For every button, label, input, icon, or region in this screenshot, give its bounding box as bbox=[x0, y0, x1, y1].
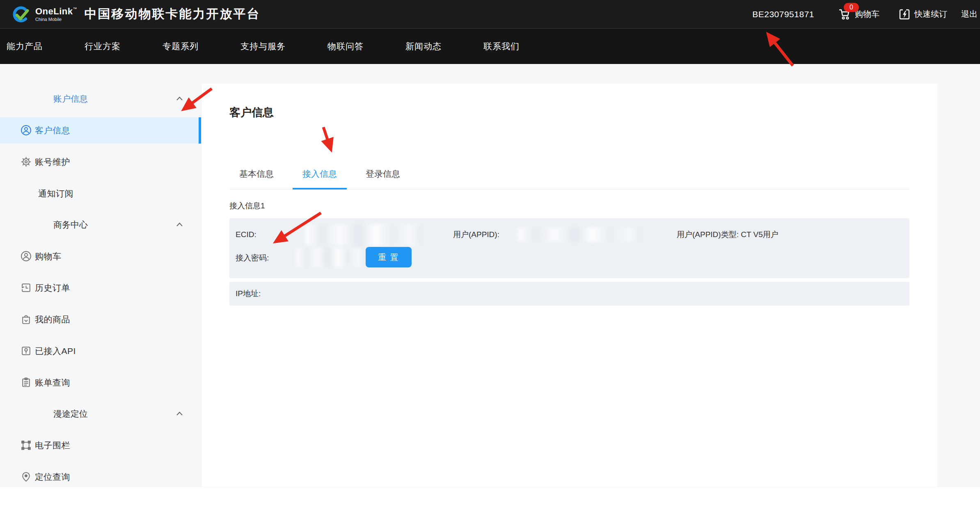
nav-item-industry-solutions[interactable]: 行业方案 bbox=[85, 41, 121, 52]
sidebar-item-label: 已接入API bbox=[35, 345, 76, 357]
access-info-section-label: 接入信息1 bbox=[229, 201, 909, 211]
cart-label: 购物车 bbox=[855, 9, 879, 20]
logout-button[interactable]: 退出 bbox=[961, 9, 980, 20]
access-password-label: 接入密码: bbox=[236, 253, 269, 263]
onelink-logo-icon bbox=[11, 5, 31, 24]
user-circle-icon bbox=[21, 125, 32, 136]
access-password-value-redacted bbox=[296, 248, 365, 267]
sidebar-item-label: 客户信息 bbox=[35, 125, 70, 136]
quick-renew-button[interactable]: 快速续订 bbox=[898, 8, 947, 21]
sidebar-item-label: 我的商品 bbox=[35, 314, 70, 325]
tab-bar: 基本信息 接入信息 登录信息 bbox=[229, 166, 909, 190]
sidebar-item-label: 账号维护 bbox=[35, 156, 70, 168]
sidebar-item-location-query[interactable]: 定位查询 bbox=[0, 461, 201, 487]
location-pin-icon bbox=[21, 471, 32, 482]
bill-icon bbox=[21, 377, 32, 388]
sidebar-section-label: 账户信息 bbox=[53, 93, 88, 105]
sidebar-item-label: 电子围栏 bbox=[35, 440, 70, 451]
sidebar-item-electronic-fence[interactable]: 电子围栏 bbox=[0, 429, 201, 461]
ecid-value-redacted bbox=[305, 224, 422, 246]
bag-icon bbox=[21, 314, 32, 325]
fence-icon bbox=[21, 440, 32, 451]
sidebar-item-label: 账单查询 bbox=[35, 377, 70, 388]
page-title: 客户信息 bbox=[229, 105, 909, 120]
sidebar-item-shopping-cart[interactable]: 购物车 bbox=[0, 240, 201, 272]
chevron-up-icon bbox=[176, 411, 183, 416]
sidebar-item-label: 通知订阅 bbox=[38, 188, 73, 199]
sidebar-item-customer-info[interactable]: 客户信息 bbox=[0, 114, 201, 146]
nav-item-news[interactable]: 新闻动态 bbox=[405, 41, 442, 52]
sidebar-item-connected-api[interactable]: 已接入API bbox=[0, 335, 201, 367]
app-region: 账户信息 客户信息 bbox=[0, 64, 980, 487]
sidebar-item-order-history[interactable]: 历史订单 bbox=[0, 272, 201, 304]
appid-value-redacted bbox=[518, 227, 642, 242]
chevron-up-icon bbox=[176, 222, 183, 227]
topbar-right: BE2307951871 0 购物车 快速续订 退出 bbox=[752, 8, 980, 21]
chevron-up-icon bbox=[176, 96, 183, 101]
sidebar-section-business-center[interactable]: 商务中心 bbox=[0, 209, 201, 240]
nav-item-iot-qa[interactable]: 物联问答 bbox=[327, 41, 364, 52]
api-key-icon bbox=[21, 345, 32, 356]
access-info-panel: ECID: 用户(APPID): 用户(APPID)类型: CT V5用户 接入… bbox=[229, 218, 909, 278]
ip-address-row: IP地址: bbox=[229, 282, 909, 306]
sidebar-item-bill-inquiry[interactable]: 账单查询 bbox=[0, 367, 201, 398]
site-title: 中国移动物联卡能力开放平台 bbox=[85, 6, 261, 23]
appid-type-label: 用户(APPID)类型: CT V5用户 bbox=[677, 230, 779, 240]
sidebar-section-account-info[interactable]: 账户信息 bbox=[0, 83, 201, 114]
nav-item-special-series[interactable]: 专题系列 bbox=[163, 41, 199, 52]
sidebar-section-mantu-location[interactable]: 漫途定位 bbox=[0, 398, 201, 429]
nav-item-capability-products[interactable]: 能力产品 bbox=[7, 41, 43, 52]
account-id[interactable]: BE2307951871 bbox=[752, 9, 814, 19]
tab-basic-info[interactable]: 基本信息 bbox=[229, 166, 284, 189]
brand-subtitle: China Mobile bbox=[35, 17, 77, 22]
cart-button[interactable]: 0 购物车 bbox=[838, 8, 879, 21]
sidebar-section-label: 漫途定位 bbox=[53, 408, 88, 420]
ecid-label: ECID: bbox=[236, 230, 256, 240]
brand-logo[interactable]: OneLink™ China Mobile bbox=[11, 5, 77, 24]
brand-name: OneLink bbox=[35, 6, 73, 16]
page-bottom-strip bbox=[0, 487, 980, 507]
nav-item-support-service[interactable]: 支持与服务 bbox=[240, 41, 286, 52]
brand-text: OneLink™ China Mobile bbox=[35, 7, 77, 22]
sidebar-item-label: 历史订单 bbox=[35, 282, 70, 294]
quick-renew-label: 快速续订 bbox=[914, 9, 947, 20]
ip-address-label: IP地址: bbox=[236, 288, 261, 299]
history-icon bbox=[21, 282, 32, 293]
sidebar: 账户信息 客户信息 bbox=[0, 64, 201, 487]
content-card: 客户信息 基本信息 接入信息 登录信息 接入信息1 ECID: 用户(APPID… bbox=[201, 84, 937, 487]
top-bar: OneLink™ China Mobile 中国移动物联卡能力开放平台 BE23… bbox=[0, 0, 980, 29]
cart-badge: 0 bbox=[844, 3, 859, 12]
sidebar-item-label: 购物车 bbox=[35, 251, 62, 262]
sidebar-section-label: 商务中心 bbox=[53, 219, 88, 231]
gear-icon bbox=[21, 156, 32, 167]
sidebar-item-notification-subscribe[interactable]: 通知订阅 bbox=[0, 178, 201, 209]
tab-access-info[interactable]: 接入信息 bbox=[293, 166, 347, 189]
sidebar-item-label: 定位查询 bbox=[35, 471, 70, 483]
user-circle-icon bbox=[21, 251, 32, 262]
quick-renew-icon bbox=[898, 8, 911, 21]
sidebar-item-account-maintenance[interactable]: 账号维护 bbox=[0, 146, 201, 178]
tab-login-info[interactable]: 登录信息 bbox=[356, 166, 410, 189]
reset-button[interactable]: 重 置 bbox=[366, 247, 412, 267]
nav-item-contact-us[interactable]: 联系我们 bbox=[483, 41, 520, 52]
main-nav: 能力产品 行业方案 专题系列 支持与服务 物联问答 新闻动态 联系我们 bbox=[0, 29, 980, 64]
brand-tm: ™ bbox=[73, 7, 77, 11]
sidebar-item-my-products[interactable]: 我的商品 bbox=[0, 304, 201, 335]
appid-label: 用户(APPID): bbox=[453, 230, 499, 240]
